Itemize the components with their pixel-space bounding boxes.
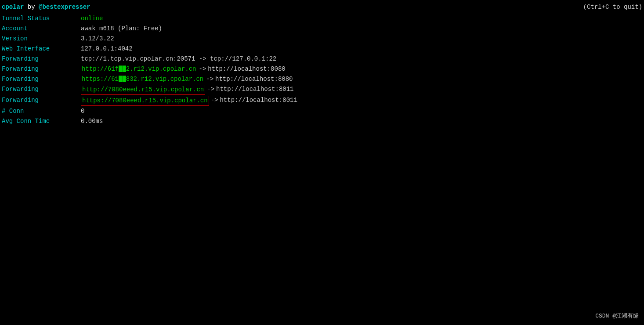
label-web-interface: Web Interface [2,44,81,54]
forwarding-link-3[interactable]: https://61██832.r12.vip.cpolar.cn [81,75,204,84]
forwarding-target-4: http://localhost:8011 [216,85,293,95]
label-tunnel-status: Tunnel Status [2,14,81,23]
forwarding-link-5[interactable]: https://7080eeed.r15.vip.cpolar.cn [81,96,209,106]
forwarding-target-2: http://localhost:8080 [208,65,285,74]
forwarding-arrow-5: -> [211,96,218,106]
author-name: @bestexpresser [39,4,90,11]
title-by: by [28,4,39,11]
value-web-interface: 127.0.0.1:4042 [81,44,133,54]
value-conn: 0 [81,107,84,116]
label-forwarding-5: Forwarding [2,96,81,106]
label-conn: # Conn [2,107,81,116]
forwarding-target-3: http://localhost:8080 [215,75,293,84]
label-forwarding-1: Forwarding [2,54,81,64]
value-forwarding-1: tcp://1.tcp.vip.cpolar.cn:20571 -> tcp:/… [81,54,276,64]
forwarding-arrow-3: -> [206,75,213,84]
quit-hint: (Ctrl+C to quit) [583,4,642,11]
label-forwarding-2: Forwarding [2,65,81,74]
forwarding-link-4[interactable]: http://7080eeed.r15.vip.cpolar.cn [81,85,205,95]
row-forwarding-1: Forwarding tcp://1.tcp.vip.cpolar.cn:205… [2,54,642,64]
label-version: Version [2,34,81,43]
row-web-interface: Web Interface 127.0.0.1:4042 [2,44,642,54]
value-tunnel-status: online [81,14,103,23]
forwarding-arrow-4: -> [207,85,214,95]
row-forwarding-4: Forwarding http://7080eeed.r15.vip.cpola… [2,85,642,95]
row-forwarding-3: Forwarding https://61██832.r12.vip.cpola… [2,75,642,84]
title-left: cpolar by @bestexpresser [2,4,90,11]
row-avg-conn-time: Avg Conn Time 0.00ms [2,117,642,126]
info-table: Tunnel Status online Account awak_m618 (… [2,14,642,126]
terminal: cpolar by @bestexpresser (Ctrl+C to quit… [0,0,644,325]
row-version: Version 3.12/3.22 [2,34,642,43]
label-forwarding-4: Forwarding [2,85,81,95]
row-forwarding-2: Forwarding http://61f██2.r12.vip.cpolar.… [2,65,642,74]
row-account: Account awak_m618 (Plan: Free) [2,24,642,33]
forwarding-target-5: http://localhost:8011 [220,96,297,106]
forwarding-arrow-2: -> [199,65,206,74]
label-account: Account [2,24,81,33]
row-forwarding-5: Forwarding https://7080eeed.r15.vip.cpol… [2,96,642,106]
forwarding-link-2[interactable]: http://61f██2.r12.vip.cpolar.cn [81,65,197,74]
bottom-right-text: CSDN @江湖有缘 [595,312,639,320]
label-forwarding-3: Forwarding [2,75,81,84]
value-account: awak_m618 (Plan: Free) [81,24,162,33]
app-name: cpolar [2,4,24,11]
value-version: 3.12/3.22 [81,34,114,43]
label-avg-conn-time: Avg Conn Time [2,117,81,126]
row-tunnel-status: Tunnel Status online [2,14,642,23]
title-bar: cpolar by @bestexpresser (Ctrl+C to quit… [2,4,642,11]
row-conn: # Conn 0 [2,107,642,116]
value-avg-conn-time: 0.00ms [81,117,103,126]
